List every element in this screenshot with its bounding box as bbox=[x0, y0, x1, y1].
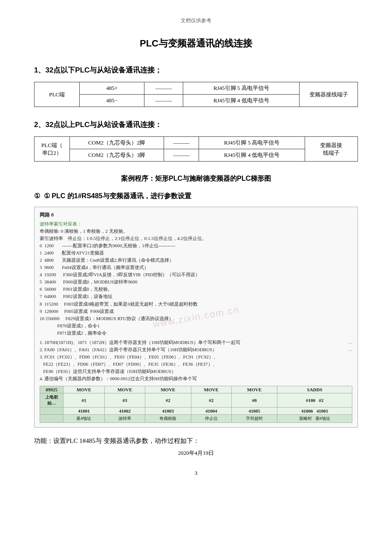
ladder-coil-1: 41001 bbox=[63, 408, 105, 415]
diagram-text: 波特率索引对应表： 奇偶校验: 0 满校验，1 奇校验，2 无校验。 索引波特率… bbox=[40, 220, 352, 337]
ladder-coil-2: 41002 bbox=[104, 408, 145, 415]
diagram-notes: 1. 1870H(1871H)、1871（1872H）这两个寄存器支持（10H功… bbox=[40, 339, 352, 382]
ladder-move-3: MOVE bbox=[145, 386, 191, 393]
signal-com2-pin3: COM2（九芯母头）3脚 bbox=[69, 149, 164, 162]
terminal-2: 变频器接线端子 bbox=[305, 137, 357, 162]
ladder-lbl-5: 字符超时 bbox=[231, 415, 277, 423]
rj45-signal-4: RJ45引脚 4 低电平信号 bbox=[183, 95, 300, 107]
diagram-line-14: F871设置成2，频率命令 bbox=[40, 330, 107, 335]
ladder-coil-row: 41001 41002 41003 41004 41005 41006 4100… bbox=[40, 408, 352, 415]
arrow-4: ——— bbox=[164, 149, 199, 162]
table-row: PLC端（串口2） COM2（九芯母头）2脚 ——— RJ45引脚 5 高电平信… bbox=[35, 137, 358, 149]
arrow-2: ——— bbox=[144, 95, 183, 107]
arrow-1: ——— bbox=[144, 82, 183, 95]
func-desc: 功能：设置PLC 1#485与 变频器通讯参数，动作过程如下： bbox=[34, 437, 358, 445]
diagram-line-11: 9 128000 F005设置成 F006设置成 bbox=[40, 309, 114, 314]
ladder-lbl-0 bbox=[40, 415, 63, 423]
diagram-line-3: 1 2400 配置传ATV21变频器 bbox=[40, 250, 104, 255]
footer-date: 2020年4月19日 bbox=[34, 449, 358, 457]
diagram-line-0: 奇偶校验: 0 满校验，1 奇校验，2 无校验。 bbox=[40, 228, 128, 234]
header-note: 文档仅供参考 bbox=[34, 17, 358, 24]
ladder-lbl-4: 停止位 bbox=[191, 415, 231, 423]
ladder-num-2: #3 bbox=[104, 393, 145, 408]
case-title: 案例程序：矩形PLC与施耐德变频器的PLC梯形图 bbox=[34, 174, 358, 183]
diagram-line-2: 0 1200 -------配置串口2的参数为9600,无校验，1停止位----… bbox=[40, 243, 176, 248]
ellipsis-2: … bbox=[348, 346, 352, 353]
terminal-1: 变频器接线端子 bbox=[300, 82, 358, 107]
ladder-move-1: MOVE bbox=[63, 386, 105, 393]
table-row: PLC端 485+ ——— RJ45引脚 5 高电平信号 变频器接线端子 bbox=[35, 82, 358, 95]
page: 文档仅供参考 PLC与变频器通讯的线连接 1、32点以下PLC与从站设备通讯连接… bbox=[0, 0, 392, 555]
ladder-num-1: #1 bbox=[63, 393, 105, 408]
plc-label-2: PLC端（串口2） bbox=[35, 137, 70, 162]
serial-num-icon: ① bbox=[34, 192, 40, 199]
ladder-coil-3: 41003 bbox=[145, 408, 191, 415]
section1-table: PLC端 485+ ——— RJ45引脚 5 高电平信号 变频器接线端子 485… bbox=[34, 82, 358, 107]
diagram-line-1: 索引波特率 停止位：1:0.5位停止，2:1位停止位，0:1.5位停止位，4:2… bbox=[40, 236, 207, 241]
ladder-table: 09925 MOVE MOVE MOVE MOVE MOVE SADDS 上电初… bbox=[40, 386, 352, 423]
ladder-num-4: #2 bbox=[191, 393, 231, 408]
ladder-num-row: 上电初始… #1 #3 #2 #2 #0 #100 #2 bbox=[40, 393, 352, 408]
diagram-line-7: 5 38400 F000设置成0，MODBUS波特率9600 bbox=[40, 279, 137, 284]
diagram-line-5: 3 9600 Fn04设置成4，串行通讯（频率设置使式） bbox=[40, 265, 149, 270]
rj45-signal-5b: RJ45引脚 5 高电平信号 bbox=[199, 137, 305, 149]
ladder-move-2: MOVE bbox=[104, 386, 145, 393]
note-1: 1. 1870H(1871H)、1871（1872H）这两个寄存器支持（10H功… bbox=[40, 340, 240, 345]
ladder-header-row: 09925 MOVE MOVE MOVE MOVE MOVE SADDS bbox=[40, 386, 352, 393]
note-2: 2. FA00（FA01）、FA01（FA02）这两个寄存器只支持单个写（10H… bbox=[40, 347, 217, 352]
ladder-diagram: 09925 MOVE MOVE MOVE MOVE MOVE SADDS 上电初… bbox=[40, 386, 352, 423]
section2-table: PLC端（串口2） COM2（九芯母头）2脚 ——— RJ45引脚 5 高电平信… bbox=[34, 136, 358, 162]
page-number: 3 bbox=[34, 470, 358, 477]
ladder-coil-5: 41005 bbox=[231, 408, 277, 415]
step1-heading: ① ① PLC 的1#RS485与变频器通讯，进行参数设置 bbox=[34, 192, 358, 201]
rj45-signal-4b: RJ45引脚 4 低电平信号 bbox=[199, 149, 305, 162]
ellipsis-1: … bbox=[348, 339, 352, 346]
signal-485plus: 485+ bbox=[80, 82, 144, 95]
ladder-move-5: MOVE bbox=[231, 386, 277, 393]
ladder-num-3: #2 bbox=[145, 393, 191, 408]
diagram-line-4: 2 4800 关频器设置：Cnd0设置成2,串行通讯（命令模式选择） bbox=[40, 257, 174, 263]
diagram-line-13: F870设置成1，命令1 bbox=[40, 323, 100, 328]
ladder-num-6: #100 #2 bbox=[277, 393, 352, 408]
section1-heading: 1、32点以下PLC与从站设备通讯连接； bbox=[34, 65, 358, 75]
ladder-lbl-1: 基#地址 bbox=[63, 415, 105, 423]
diagram-box: www.zixin.com.cn 网路 0 波特率索引对应表： 奇偶校验: 0 … bbox=[34, 207, 358, 428]
diagram-line-10: 8 115200 F003设置成0格超带宽，如果是0就是无超时，大于0就是超时秒… bbox=[40, 301, 198, 306]
step1-heading-text: ① PLC 的1#RS485与变频器通讯，进行参数设置 bbox=[44, 192, 191, 199]
arrow-3: ——— bbox=[164, 137, 199, 149]
ladder-sadds: SADDS bbox=[277, 386, 352, 393]
note-3c: FE90（FE91）这些只支持单个寄存器读（03H功能码MODBUS） bbox=[40, 369, 176, 374]
ladder-label-cell: 上电初始… bbox=[40, 393, 63, 408]
diagram-title-label: 波特率索引对应表： bbox=[40, 221, 82, 226]
diagram-line-12: 10 256000 F829设置成1：MODBUS RTU协议（通讯协议选择） bbox=[40, 316, 173, 321]
ladder-coil-0 bbox=[40, 408, 63, 415]
rj45-signal-5: RJ45引脚 5 高电平信号 bbox=[183, 82, 300, 95]
diagram-line-8: 6 56000 F001设置成0，无校验。 bbox=[40, 286, 112, 292]
signal-485minus: 485− bbox=[80, 95, 144, 107]
diagram-line-9: 7 64800 F002设置成1，设备地址 bbox=[40, 294, 112, 299]
ladder-label-row: 基#地址 波特率 奇偶校验 停止位 字符超时 策略时 基#地址 bbox=[40, 415, 352, 423]
note-4: 4. 通信编号（关频器内部参数）：0000-0912过去只支持0H功能码操作单个… bbox=[40, 376, 197, 381]
section2-heading: 2、32点以上PLC与从站设备通讯连接： bbox=[34, 120, 358, 130]
plc-label-1: PLC端 bbox=[35, 82, 80, 107]
note-3: 3. FC01（FC02）、FD00（FC01）、FE03（FE04）、FE05… bbox=[40, 354, 218, 359]
diagram-line-6: 4 19200 F360设置成2即VIA反馈，3即反馈VIB（PID控制）（可以… bbox=[40, 272, 200, 277]
ladder-coil-6: 41006 41001 bbox=[277, 408, 352, 415]
main-title: PLC与变频器通讯的线连接 bbox=[34, 37, 358, 50]
ladder-network-id: 09925 bbox=[40, 386, 63, 393]
ladder-move-4: MOVE bbox=[191, 386, 231, 393]
signal-com2-pin2: COM2（九芯母头）2脚 bbox=[69, 137, 164, 149]
ladder-lbl-2: 波特率 bbox=[104, 415, 145, 423]
ladder-lbl-3: 奇偶校验 bbox=[145, 415, 191, 423]
note-3b: FE22（FE23）、FD06（FD07）、FD07（FD00）、FE35（FE… bbox=[40, 361, 217, 367]
ladder-lbl-6: 策略时 基#地址 bbox=[277, 415, 352, 423]
diagram-network-label: 网路 0 bbox=[40, 211, 352, 219]
ladder-coil-4: 41004 bbox=[191, 408, 231, 415]
ladder-num-5: #0 bbox=[231, 393, 277, 408]
